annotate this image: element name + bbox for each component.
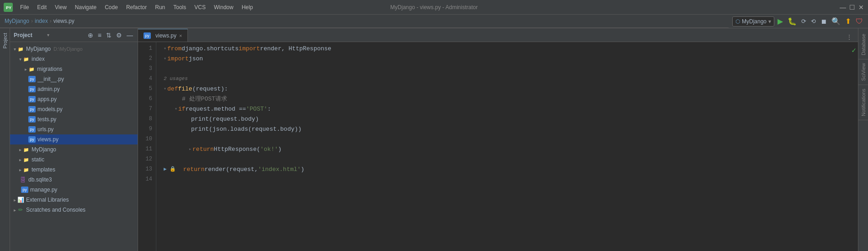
kw-from: from bbox=[167, 44, 181, 54]
run-config[interactable]: ⬡ MyDjango ▾ bbox=[732, 16, 774, 27]
folder-icon-mydjango: 📁 bbox=[17, 46, 24, 52]
menu-refactor[interactable]: Refactor bbox=[122, 3, 150, 12]
tree-arrow-migrations: ▸ bbox=[25, 67, 27, 72]
code-line-6: # 处理POST请求 bbox=[164, 94, 858, 104]
tree-label-index: index bbox=[32, 56, 45, 62]
notifications-panel-btn[interactable]: Notifications bbox=[858, 85, 868, 120]
menu-file[interactable]: File bbox=[16, 3, 32, 12]
project-panel-title: Project bbox=[14, 32, 44, 38]
menu-help[interactable]: Help bbox=[238, 3, 257, 12]
code-line-4: 2 usages bbox=[164, 74, 858, 84]
line-num-14: 14 bbox=[138, 175, 152, 185]
tree-item-admin-py[interactable]: py admin.py bbox=[10, 84, 138, 94]
menu-tools[interactable]: Tools bbox=[170, 3, 190, 12]
httpresponse-call: HttpResponse( bbox=[214, 145, 260, 155]
tree-item-tests-py[interactable]: py tests.py bbox=[10, 114, 138, 124]
tree-label-apps: apps.py bbox=[37, 96, 57, 102]
tree-item-init-py[interactable]: py __init__.py bbox=[10, 74, 138, 84]
tree-item-static[interactable]: ▸ 📁 static bbox=[10, 155, 138, 165]
menu-window[interactable]: Window bbox=[210, 3, 237, 12]
tree-item-mydjango-root[interactable]: ▾ 📁 MyDjango D:\MyDjango bbox=[10, 44, 138, 54]
shield-button[interactable]: 🛡 bbox=[854, 16, 864, 27]
tree-item-views-py[interactable]: py views.py bbox=[10, 134, 138, 144]
tree-item-index[interactable]: ▾ 📁 index bbox=[10, 54, 138, 64]
run-config-label: MyDjango bbox=[742, 18, 767, 25]
breakpoint-gutter[interactable]: 🔒 bbox=[170, 166, 176, 174]
fold-icon-11[interactable]: ▸ bbox=[189, 146, 192, 153]
menu-navigate[interactable]: Navigate bbox=[71, 3, 100, 12]
minimize-button[interactable]: — bbox=[840, 4, 846, 11]
tree-item-models-py[interactable]: py models.py bbox=[10, 104, 138, 114]
breadcrumb-sep-2: › bbox=[50, 18, 52, 24]
tree-item-templates[interactable]: ▸ 📁 templates bbox=[10, 165, 138, 175]
project-panel: Project ▾ ⊕ ≡ ⇅ ⚙ — ▾ 📁 MyDjango D:\MyDj… bbox=[10, 28, 138, 251]
line-num-9: 9 bbox=[138, 124, 152, 134]
tree-arrow-mydjango: ▾ bbox=[14, 47, 16, 52]
tree-item-apps-py[interactable]: py apps.py bbox=[10, 94, 138, 104]
sort-button[interactable]: ⇅ bbox=[105, 31, 112, 40]
menu-run[interactable]: Run bbox=[151, 3, 169, 12]
coverage-button[interactable]: ⟳ bbox=[800, 17, 808, 26]
menu-view[interactable]: View bbox=[51, 3, 70, 12]
breadcrumb-index[interactable]: index bbox=[35, 18, 48, 24]
close-button[interactable]: ✕ bbox=[858, 4, 864, 11]
tree-arrow-mydjango-sub: ▸ bbox=[19, 147, 21, 152]
breadcrumb-mydjango[interactable]: MyDjango bbox=[5, 18, 29, 24]
tab-close-button[interactable]: × bbox=[179, 33, 182, 38]
line-num-2: 2 bbox=[138, 54, 152, 64]
maximize-button[interactable]: ☐ bbox=[849, 4, 855, 11]
fold-icon-2[interactable]: ▾ bbox=[164, 55, 166, 63]
stop-button[interactable]: ⏹ bbox=[819, 17, 828, 26]
project-tree: ▾ 📁 MyDjango D:\MyDjango ▾ 📁 index ▸ 📁 m… bbox=[10, 42, 138, 251]
editor-area: py views.py × ⋮ 1 2 3 4 5 6 7 8 9 10 bbox=[138, 28, 858, 251]
collapse-all-button[interactable]: ≡ bbox=[97, 31, 102, 40]
project-dropdown-icon[interactable]: ▾ bbox=[47, 32, 49, 37]
sciview-panel-btn[interactable]: SciView bbox=[858, 59, 868, 85]
fold-icon-5[interactable]: ▾ bbox=[164, 85, 166, 93]
menu-vcs[interactable]: VCS bbox=[191, 3, 209, 12]
py-icon-models: py bbox=[28, 106, 36, 112]
code-line-3 bbox=[164, 64, 858, 74]
code-area[interactable]: ▾ from django.shortcuts import render, H… bbox=[156, 42, 858, 251]
tree-item-migrations[interactable]: ▸ 📁 migrations bbox=[10, 64, 138, 74]
kw-return-13: return bbox=[183, 165, 205, 175]
database-panel-btn[interactable]: Database bbox=[858, 30, 868, 59]
code-line-8: print(request.body) bbox=[164, 114, 858, 124]
tree-item-mydjango-sub[interactable]: ▸ 📁 MyDjango bbox=[10, 144, 138, 155]
project-tab[interactable]: Project bbox=[1, 30, 9, 51]
code-line-7: ▾ if request.method == 'POST' : bbox=[164, 104, 858, 114]
tree-item-manage-py[interactable]: py manage.py bbox=[10, 185, 138, 195]
settings-gear-icon[interactable]: ⚙ bbox=[115, 31, 123, 40]
run-config-icon: ⬡ bbox=[735, 18, 740, 25]
editor-tab-views-py[interactable]: py views.py × bbox=[138, 29, 188, 42]
tree-item-ext-libraries[interactable]: ▸ 📊 External Libraries bbox=[10, 195, 138, 205]
db-icon: 🗄 bbox=[19, 176, 27, 183]
line-num-7: 7 bbox=[138, 104, 152, 114]
str-ok: 'ok!' bbox=[260, 145, 278, 155]
search-everywhere-button[interactable]: 🔍 bbox=[830, 16, 842, 27]
scratches-icon: ✏ bbox=[17, 207, 24, 213]
menu-code[interactable]: Code bbox=[101, 3, 122, 12]
tree-item-db-sqlite3[interactable]: 🗄 db.sqlite3 bbox=[10, 175, 138, 185]
mod-django: django.shortcuts bbox=[181, 44, 239, 54]
comment-post: # 处理POST请求 bbox=[182, 95, 227, 104]
run-button[interactable]: ▶ bbox=[776, 16, 784, 27]
hide-panel-button[interactable]: — bbox=[126, 31, 134, 40]
tree-label-manage: manage.py bbox=[30, 187, 57, 193]
tree-item-scratches[interactable]: ▸ ✏ Scratches and Consoles bbox=[10, 205, 138, 215]
debug-button[interactable]: 🐛 bbox=[786, 16, 798, 27]
run-gutter-icon[interactable]: ▶ bbox=[164, 166, 167, 174]
update-button[interactable]: ⬆ bbox=[844, 16, 852, 27]
tree-item-urls-py[interactable]: py urls.py bbox=[10, 124, 138, 134]
tab-menu-button[interactable]: ⋮ bbox=[844, 32, 854, 42]
fold-icon-1[interactable]: ▾ bbox=[164, 45, 166, 53]
tab-py-icon: py bbox=[144, 32, 151, 39]
close-paren-13: ) bbox=[301, 165, 304, 175]
run-config-dropdown-icon[interactable]: ▾ bbox=[768, 18, 771, 25]
profile-button[interactable]: ⟲ bbox=[809, 17, 817, 26]
tree-arrow-ext-libraries: ▸ bbox=[14, 198, 16, 203]
fold-icon-7[interactable]: ▾ bbox=[175, 106, 177, 113]
menu-edit[interactable]: Edit bbox=[33, 3, 50, 12]
py-icon-init: py bbox=[28, 76, 36, 82]
add-content-button[interactable]: ⊕ bbox=[87, 31, 94, 40]
